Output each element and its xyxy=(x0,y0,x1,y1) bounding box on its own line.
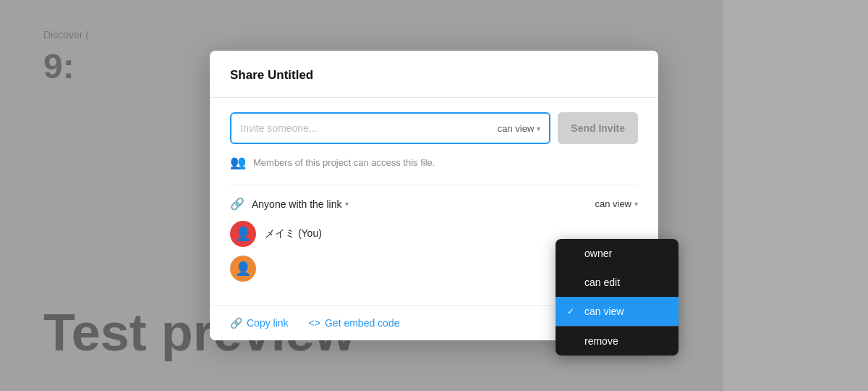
permission-dropdown: owner can edit ✓ can view remove xyxy=(556,239,678,356)
dropdown-label-remove: remove xyxy=(584,335,618,347)
modal-header: Share Untitled xyxy=(210,51,658,98)
link-row: 🔗 Anyone with the link ▾ can view ▾ xyxy=(230,197,638,211)
copy-link-button[interactable]: 🔗 Copy link xyxy=(230,317,289,329)
dropdown-item-owner[interactable]: owner xyxy=(556,239,678,268)
copy-link-icon: 🔗 xyxy=(230,317,242,329)
anyone-permission-label: can view xyxy=(595,198,631,209)
copy-link-label: Copy link xyxy=(247,317,289,329)
dropdown-item-remove[interactable]: remove xyxy=(556,327,678,356)
dropdown-label-can-edit: can edit xyxy=(584,277,620,288)
modal-backdrop: Share Untitled can view ▾ Send Invite 👥 … xyxy=(0,0,868,391)
dropdown-item-can-edit[interactable]: can edit xyxy=(556,268,678,297)
person-name-0: メイミ (You) xyxy=(265,227,322,240)
anyone-link-chevron-icon: ▾ xyxy=(345,200,349,208)
embed-code-label: Get embed code xyxy=(325,317,400,329)
link-left: 🔗 Anyone with the link ▾ xyxy=(230,197,349,211)
person-icon-0: 👤 xyxy=(235,226,251,242)
embed-code-button[interactable]: <> Get embed code xyxy=(309,317,400,329)
anyone-link-label: Anyone with the link xyxy=(252,198,342,210)
invite-row: can view ▾ Send Invite xyxy=(230,112,638,144)
permission-label: can view xyxy=(498,123,535,134)
dropdown-label-can-view: can view xyxy=(584,306,624,317)
dropdown-item-can-view[interactable]: ✓ can view xyxy=(556,297,678,326)
invite-input[interactable] xyxy=(240,122,498,134)
link-icon: 🔗 xyxy=(230,197,244,211)
invite-input-wrapper[interactable]: can view ▾ xyxy=(230,112,550,144)
divider-1 xyxy=(230,185,638,185)
anyone-permission-trigger[interactable]: can view ▾ xyxy=(595,198,638,209)
chevron-down-icon: ▾ xyxy=(537,125,540,133)
check-icon-can-view: ✓ xyxy=(567,306,577,316)
send-invite-button[interactable]: Send Invite xyxy=(558,112,638,144)
anyone-link-trigger[interactable]: Anyone with the link ▾ xyxy=(252,198,349,210)
people-icon: 👥 xyxy=(230,154,246,170)
dropdown-label-owner: owner xyxy=(584,248,612,259)
avatar-0: 👤 xyxy=(230,221,256,247)
members-text: Members of this project can access this … xyxy=(253,157,435,168)
avatar-1: 👤 xyxy=(230,256,256,282)
modal-title: Share Untitled xyxy=(230,68,313,82)
anyone-permission-chevron-icon: ▾ xyxy=(634,200,638,208)
person-icon-1: 👤 xyxy=(235,261,251,277)
share-modal: Share Untitled can view ▾ Send Invite 👥 … xyxy=(210,51,658,340)
embed-icon: <> xyxy=(309,317,320,329)
members-note: 👥 Members of this project can access thi… xyxy=(230,154,638,170)
permission-select-trigger[interactable]: can view ▾ xyxy=(498,123,541,134)
